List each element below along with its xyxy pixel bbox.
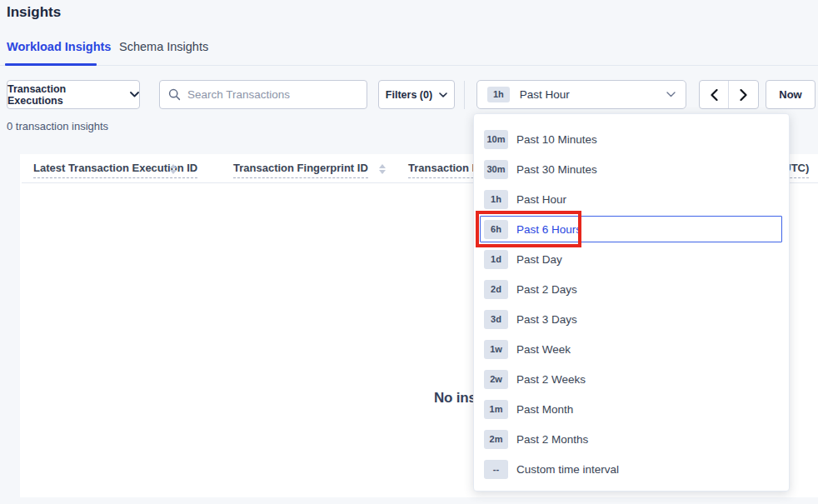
time-option-label: Past 10 Minutes xyxy=(516,133,597,146)
time-option-badge: 6h xyxy=(484,220,508,239)
time-option-past-6-hours[interactable]: 6h Past 6 Hours xyxy=(474,214,789,244)
transaction-type-selector-label: Transaction Executions xyxy=(7,83,123,107)
time-option-past-3-days[interactable]: 3d Past 3 Days xyxy=(474,304,789,334)
time-option-label: Past Day xyxy=(516,253,562,266)
active-tab-underline xyxy=(5,63,97,66)
time-option-label: Past 3 Days xyxy=(516,313,577,326)
time-option-past-2-weeks[interactable]: 2w Past 2 Weeks xyxy=(474,364,789,394)
time-option-badge: 1d xyxy=(484,250,508,269)
time-option-badge: 1m xyxy=(484,400,508,419)
time-option-badge: -- xyxy=(484,460,508,479)
chevron-down-icon xyxy=(666,92,676,97)
time-option-label: Past 2 Months xyxy=(516,433,588,446)
page-title: Insights xyxy=(7,4,61,21)
search-box xyxy=(159,80,367,109)
time-option-label: Past Week xyxy=(516,343,571,356)
chevron-down-icon xyxy=(439,92,447,97)
search-input[interactable] xyxy=(187,88,358,101)
time-option-past-week[interactable]: 1w Past Week xyxy=(474,334,789,364)
now-button-label: Now xyxy=(779,88,801,101)
time-option-badge: 1h xyxy=(484,190,508,209)
time-option-label: Past 30 Minutes xyxy=(516,163,597,176)
column-header-transaction-fingerprint-id[interactable]: Transaction Fingerprint ID xyxy=(233,162,368,178)
toolbar-divider xyxy=(464,81,465,109)
search-icon xyxy=(168,88,181,101)
time-option-badge: 30m xyxy=(484,160,508,179)
filters-button[interactable]: Filters (0) xyxy=(378,80,455,109)
time-option-past-day[interactable]: 1d Past Day xyxy=(474,244,789,274)
time-option-badge: 1w xyxy=(484,340,508,359)
now-button[interactable]: Now xyxy=(766,80,816,109)
chevron-down-icon xyxy=(130,92,139,97)
insights-page: Insights Workload Insights Schema Insigh… xyxy=(0,0,818,504)
previous-interval-button[interactable] xyxy=(700,81,729,108)
time-option-past-30-minutes[interactable]: 30m Past 30 Minutes xyxy=(474,154,789,184)
time-option-label: Past 6 Hours xyxy=(516,223,581,236)
transaction-type-selector[interactable]: Transaction Executions xyxy=(7,80,140,109)
time-option-badge: 2d xyxy=(484,280,508,299)
tab-schema-insights[interactable]: Schema Insights xyxy=(119,40,208,53)
next-interval-button[interactable] xyxy=(729,81,758,108)
time-option-custom-interval[interactable]: -- Custom time interval xyxy=(474,454,789,484)
tab-workload-insights[interactable]: Workload Insights xyxy=(7,40,111,53)
time-option-badge: 2m xyxy=(484,430,508,449)
time-option-past-hour[interactable]: 1h Past Hour xyxy=(474,184,789,214)
time-interval-selector[interactable]: 1h Past Hour xyxy=(476,80,686,109)
time-option-badge: 10m xyxy=(484,130,508,149)
time-interval-badge: 1h xyxy=(487,87,510,102)
filters-button-label: Filters (0) xyxy=(386,89,432,101)
sort-icon[interactable] xyxy=(379,164,386,174)
tab-bar-divider xyxy=(0,65,818,66)
time-interval-dropdown: 10m Past 10 Minutes 30m Past 30 Minutes … xyxy=(473,113,790,492)
time-option-label: Past 2 Days xyxy=(516,283,577,296)
time-option-label: Past Hour xyxy=(516,193,566,206)
time-option-past-month[interactable]: 1m Past Month xyxy=(474,394,789,424)
time-option-badge: 2w xyxy=(484,370,508,389)
time-option-past-2-months[interactable]: 2m Past 2 Months xyxy=(474,424,789,454)
time-option-badge: 3d xyxy=(484,310,508,329)
insights-count: 0 transaction insights xyxy=(7,120,108,132)
tab-schema-insights-label: Schema Insights xyxy=(119,40,208,53)
time-option-past-2-days[interactable]: 2d Past 2 Days xyxy=(474,274,789,304)
time-option-label: Custom time interval xyxy=(516,463,619,476)
time-option-label: Past Month xyxy=(516,403,573,416)
time-option-past-10-minutes[interactable]: 10m Past 10 Minutes xyxy=(474,124,789,154)
time-option-label: Past 2 Weeks xyxy=(516,373,586,386)
time-nav-arrows xyxy=(699,80,759,109)
tab-workload-insights-label: Workload Insights xyxy=(7,40,111,53)
time-interval-label: Past Hour xyxy=(520,88,656,101)
sort-icon[interactable] xyxy=(170,164,177,174)
